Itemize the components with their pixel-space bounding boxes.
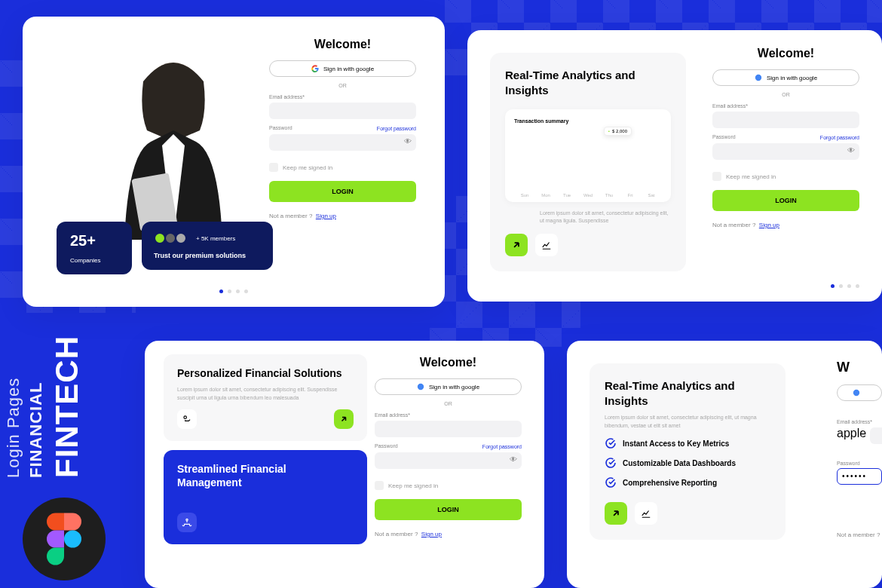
companies-count: 25+ bbox=[70, 232, 118, 250]
streamlined-title: Streamlined Financial Management bbox=[177, 462, 354, 489]
login-button[interactable]: LOGIN bbox=[375, 499, 522, 520]
personalized-lorem: Lorem ipsum dolor sit amet, consectetur … bbox=[177, 386, 354, 402]
signup-link[interactable]: Sign up bbox=[759, 222, 779, 228]
password-input[interactable] bbox=[375, 452, 522, 469]
feature-item: Instant Access to Key Metrics bbox=[605, 437, 770, 449]
features-lorem: Lorem ipsum dolor sit amet, consectetur … bbox=[605, 414, 770, 430]
email-label: Email address* bbox=[837, 419, 882, 424]
brand-line-2: FINANCIAL bbox=[26, 335, 46, 478]
email-input[interactable] bbox=[870, 427, 882, 444]
figma-badge bbox=[23, 498, 106, 580]
brand-line-1: FINTECH bbox=[49, 335, 85, 478]
welcome-heading: Welcome! bbox=[712, 47, 859, 60]
pagination-dots[interactable] bbox=[831, 284, 859, 288]
email-label: Email address* bbox=[269, 94, 416, 100]
google-icon bbox=[755, 74, 762, 81]
email-input[interactable] bbox=[712, 112, 859, 128]
analytics-card: Real-Time Analytics and Insights Transac… bbox=[490, 53, 686, 271]
or-divider: OR bbox=[269, 83, 416, 88]
hero-person-image bbox=[98, 44, 249, 240]
check-circle-icon bbox=[605, 476, 617, 488]
svg-point-5 bbox=[418, 384, 424, 390]
arrow-up-right-icon[interactable] bbox=[605, 502, 627, 525]
eye-off-icon[interactable]: 👁 bbox=[510, 455, 517, 464]
google-signin-button[interactable] bbox=[837, 384, 882, 401]
figma-icon bbox=[47, 513, 81, 565]
password-label: Password bbox=[712, 134, 736, 139]
members-badge: + 5K members Trust our premium solutions bbox=[142, 222, 273, 270]
svg-point-4 bbox=[186, 519, 188, 520]
login-button[interactable]: LOGIN bbox=[712, 190, 859, 211]
not-member-text: Not a member ? bbox=[837, 531, 882, 538]
svg-point-3 bbox=[184, 416, 187, 419]
welcome-heading: W bbox=[837, 360, 882, 375]
not-member-text: Not a member ? Sign up bbox=[375, 531, 522, 537]
keep-signed-in-checkbox[interactable]: Keep me signed in bbox=[712, 172, 859, 181]
chart-line-icon[interactable] bbox=[635, 502, 657, 525]
welcome-heading: Welcome! bbox=[375, 356, 522, 369]
brand-line-3: Login Pages bbox=[4, 335, 23, 478]
arrow-up-right-icon[interactable] bbox=[334, 409, 354, 429]
eye-off-icon[interactable]: 👁 bbox=[847, 146, 855, 155]
chart-tooltip: $ 2,000 bbox=[604, 127, 632, 136]
forgot-password-link[interactable]: Forgot password bbox=[377, 126, 416, 131]
not-member-text: Not a member ? Sign up bbox=[269, 213, 416, 219]
signup-link[interactable]: Sign up bbox=[316, 213, 336, 219]
or-divider: OR bbox=[375, 401, 522, 406]
bar-chart: $ 2,000 Sun Mon Tue Wed Thu Fri Sat bbox=[514, 130, 662, 198]
analytics-title: Real-Time Analytics and Insights bbox=[505, 68, 671, 97]
analytics-lorem: Lorem ipsum dolor sit amet, consectetur … bbox=[505, 210, 671, 225]
google-signin-button[interactable]: Sign in with google bbox=[375, 378, 522, 395]
email-input[interactable] bbox=[269, 103, 416, 119]
personalized-title: Personalized Financial Solutions bbox=[177, 366, 354, 380]
chart-box: Transaction summary $ 2,000 Sun Mon Tue … bbox=[505, 109, 671, 202]
features-card: Real-Time Analytics and Insights Lorem i… bbox=[590, 363, 786, 540]
google-signin-button[interactable]: Sign in with google bbox=[269, 60, 416, 77]
org-chart-icon bbox=[177, 513, 197, 532]
password-label: Password bbox=[375, 443, 398, 449]
google-icon bbox=[311, 65, 319, 72]
eye-off-icon[interactable]: 👁 bbox=[404, 137, 412, 145]
login-form-partial: W Email address* apple Password •••••• N… bbox=[837, 360, 882, 538]
brand-title-stack: FINTECH FINANCIAL Login Pages bbox=[4, 335, 85, 478]
chart-title: Transaction summary bbox=[514, 118, 662, 124]
streamlined-card: Streamlined Financial Management bbox=[164, 450, 367, 544]
email-input[interactable] bbox=[375, 421, 522, 437]
arrow-up-right-icon[interactable] bbox=[505, 234, 528, 256]
google-signin-button[interactable]: Sign in with google bbox=[712, 69, 859, 86]
check-circle-icon bbox=[605, 457, 617, 469]
svg-point-2 bbox=[755, 75, 761, 81]
members-count: + 5K members bbox=[196, 235, 235, 242]
keep-signed-in-checkbox[interactable]: Keep me signed in bbox=[375, 481, 522, 490]
login-form: Welcome! Sign in with google OR Email ad… bbox=[269, 38, 416, 219]
feature-item: Comprehensive Reporting bbox=[605, 476, 770, 488]
keep-signed-in-checkbox[interactable]: Keep me signed in bbox=[269, 163, 416, 172]
welcome-heading: Welcome! bbox=[269, 38, 416, 51]
login-button[interactable]: LOGIN bbox=[269, 181, 416, 202]
password-label: Password bbox=[269, 125, 292, 130]
login-form: Welcome! Sign in with google OR Email ad… bbox=[712, 47, 859, 228]
chart-line-icon[interactable] bbox=[535, 234, 558, 256]
google-icon bbox=[853, 389, 860, 397]
password-input[interactable] bbox=[712, 143, 859, 160]
email-label: Email address* bbox=[712, 103, 859, 109]
or-divider: OR bbox=[712, 92, 859, 97]
password-label: Password bbox=[837, 461, 882, 466]
companies-badge: 25+ Companies bbox=[57, 222, 132, 274]
check-circle-icon bbox=[605, 437, 617, 449]
preview-card-4: Real-Time Analytics and Insights Lorem i… bbox=[567, 341, 882, 588]
personalized-card: Personalized Financial Solutions Lorem i… bbox=[164, 354, 367, 441]
forgot-password-link[interactable]: Forgot password bbox=[820, 135, 859, 140]
forgot-password-link[interactable]: Forgot password bbox=[482, 444, 522, 449]
member-avatars: + 5K members bbox=[154, 232, 261, 244]
preview-card-3: Personalized Financial Solutions Lorem i… bbox=[145, 341, 544, 588]
trust-text: Trust our premium solutions bbox=[154, 252, 261, 259]
password-input[interactable]: •••••• bbox=[837, 468, 882, 485]
solutions-column: Personalized Financial Solutions Lorem i… bbox=[164, 354, 367, 553]
signup-link[interactable]: Sign up bbox=[421, 531, 442, 537]
preview-card-2: Real-Time Analytics and Insights Transac… bbox=[467, 30, 882, 302]
user-route-icon bbox=[177, 409, 197, 429]
email-label: Email address* bbox=[375, 412, 522, 418]
pagination-dots[interactable] bbox=[219, 289, 248, 293]
password-input[interactable] bbox=[269, 134, 416, 151]
